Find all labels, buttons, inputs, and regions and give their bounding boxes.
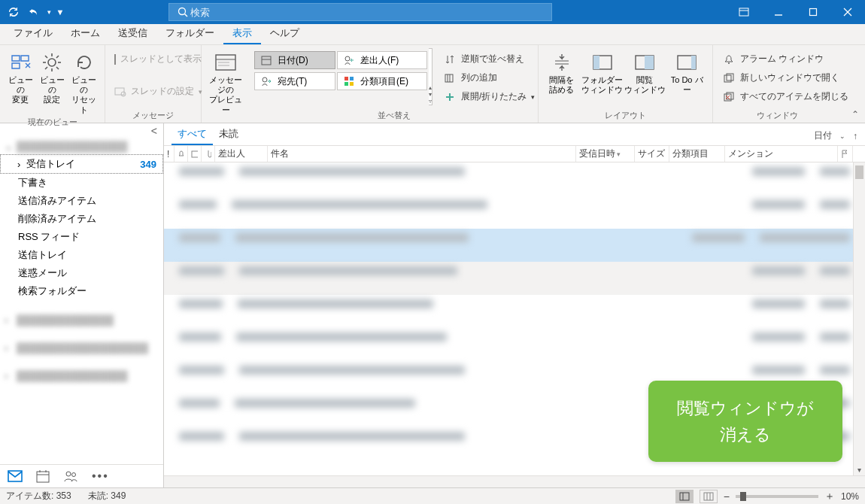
arrange-by-date-button[interactable]: 日付(D) [254,51,335,69]
arrange-by-from-button[interactable]: 差出人(F) [337,51,427,69]
search-box[interactable] [168,3,552,21]
people-nav-icon[interactable] [63,470,78,482]
tab-view[interactable]: 表示 [223,23,261,44]
col-received[interactable]: 受信日時 [576,146,635,162]
account-header-2[interactable]: ›██████████████ [0,312,163,328]
svg-line-16 [45,67,47,69]
col-attachment[interactable] [202,146,215,162]
message-row[interactable] [164,328,865,361]
folder-search[interactable]: 検索フォルダー [0,282,163,300]
bell-icon [722,54,736,65]
reset-view-icon [74,50,95,75]
account-header-1[interactable]: ⌄████████████████ [0,138,163,154]
zoom-slider[interactable] [736,495,818,498]
zoom-in-button[interactable]: ＋ [824,490,835,503]
folder-drafts[interactable]: 下書き [0,174,163,192]
todo-bar-button[interactable]: To Do バー [666,48,708,95]
arrange-by-to-button[interactable]: 宛先(T) [254,72,335,90]
change-view-button[interactable]: ビューの変更 [5,48,36,105]
message-row[interactable] [164,162,865,196]
account-header-4[interactable]: ›████████████████ [0,368,163,384]
folder-deleted[interactable]: 削除済みアイテム [0,210,163,228]
reading-pane-button[interactable]: 閲覧ウィンドウ [624,48,666,95]
col-subject[interactable]: 件名 [268,146,576,162]
group-current-view: 現在のビュー [5,115,100,128]
qat-dropdown-icon[interactable]: ▾ [45,8,53,16]
ribbon: ビューの変更 ビューの設定 ビューのリセット 現在のビュー スレッドとして表示 … [0,45,865,123]
qat-overflow-icon[interactable]: ▼ [57,8,63,17]
title-bar: ▾ ▼ [0,0,865,24]
message-preview-button[interactable]: メッセージのプレビュー [206,48,245,115]
col-importance[interactable]: ! [164,146,175,162]
account-header-3[interactable]: ›███████████████████ [0,340,163,356]
col-reminder[interactable] [175,146,188,162]
sort-by-dropdown-icon[interactable]: ⌄ [839,132,845,140]
vertical-scrollbar[interactable]: ▾ [853,162,865,475]
folder-sent[interactable]: 送信済みアイテム [0,192,163,210]
undo-icon[interactable] [26,7,41,17]
svg-rect-61 [704,493,713,500]
svg-point-8 [48,59,56,66]
reading-pane-icon [634,50,655,75]
close-button[interactable] [830,0,865,24]
ribbon-display-button[interactable] [727,0,761,24]
reverse-sort-button[interactable]: 逆順で並べ替え [439,51,539,67]
folder-junk[interactable]: 迷惑メール [0,264,163,282]
more-nav-icon[interactable]: ••• [92,469,109,483]
filter-all-tab[interactable]: すべて [171,124,213,145]
col-flag[interactable] [838,146,853,162]
col-category[interactable]: 分類項目 [669,146,725,162]
arrange-by-category-button[interactable]: 分類項目(E) [337,72,427,90]
view-settings-button[interactable]: ビューの設定 [36,48,68,105]
expand-collapse-button[interactable]: 展開/折りたたみ ▾ [439,89,539,105]
reset-view-button[interactable]: ビューのリセット [68,48,100,115]
tab-help[interactable]: ヘルプ [261,23,308,44]
svg-rect-58 [192,151,198,157]
tab-file[interactable]: ファイル [5,23,62,44]
close-all-icon [722,92,736,102]
maximize-button[interactable] [796,0,830,24]
message-row[interactable] [164,295,865,328]
zoom-out-button[interactable]: − [724,490,730,502]
folder-outbox[interactable]: 送信トレイ [0,246,163,264]
minimize-button[interactable] [761,0,796,24]
view-mode-reading[interactable] [700,490,718,503]
col-icon[interactable] [188,146,202,162]
folder-pane: < ⌄████████████████ ›受信トレイ349 下書き 送信済みアイ… [0,123,164,487]
folder-inbox[interactable]: ›受信トレイ349 [0,154,163,174]
add-columns-button[interactable]: 列の追加 [439,70,539,86]
arrange-gallery-expand[interactable]: ▴▾▿ [429,48,432,105]
alarm-window-button[interactable]: アラーム ウィンドウ [718,51,853,67]
calendar-nav-icon[interactable] [36,469,50,483]
svg-rect-5 [810,9,817,16]
sync-icon[interactable] [6,6,21,18]
col-from[interactable]: 差出人 [215,146,268,162]
message-row[interactable] [164,262,865,295]
folder-rss[interactable]: RSS フィード [0,228,163,246]
open-new-window-button[interactable]: 新しいウィンドウで開く [718,70,853,86]
message-row[interactable] [164,196,865,229]
calendar-icon [260,55,273,65]
svg-line-13 [45,56,47,58]
close-all-button[interactable]: すべてのアイテムを閉じる [718,89,853,105]
tab-folder[interactable]: フォルダー [156,23,223,44]
col-size[interactable]: サイズ [635,146,669,162]
tab-home[interactable]: ホーム [62,23,109,44]
col-mention[interactable]: メンション [725,146,838,162]
svg-rect-41 [645,56,654,69]
search-input[interactable] [190,7,545,18]
mail-icon[interactable] [8,470,23,482]
tab-send-receive[interactable]: 送受信 [109,23,156,44]
svg-point-25 [263,77,267,82]
horizontal-scrollbar[interactable] [164,475,865,487]
folder-pane-button[interactable]: フォルダーウィンドウ [581,48,624,95]
folder-junk-label: 迷惑メール [18,266,67,280]
arrange-date-label: 日付(D) [278,54,308,67]
sort-by-label[interactable]: 日付 [814,129,832,142]
message-row-selected[interactable] [164,229,865,262]
spacing-button[interactable]: 間隔を詰める [543,48,581,95]
filter-unread-tab[interactable]: 未読 [213,124,244,145]
sort-direction-button[interactable]: ↑ [853,131,857,141]
collapse-ribbon-button[interactable]: ⌃ [851,109,859,120]
view-mode-normal[interactable] [675,490,694,503]
